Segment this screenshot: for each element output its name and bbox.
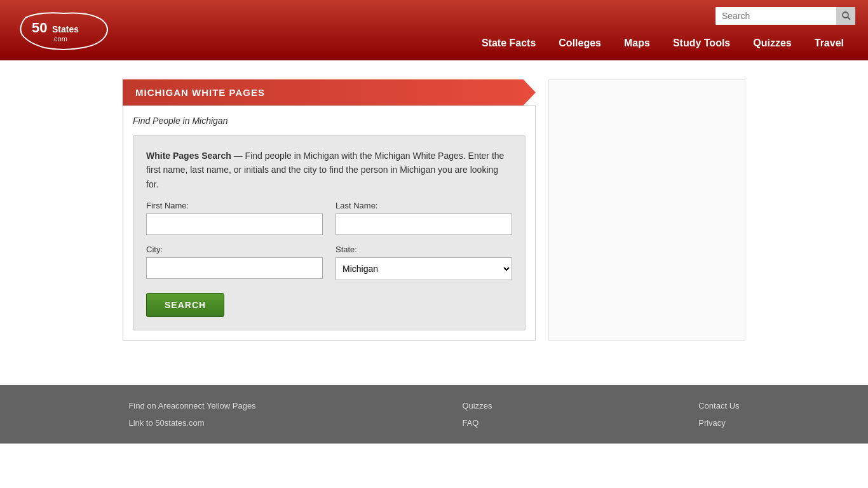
footer-link-link-to[interactable]: Link to 50states.com	[128, 418, 255, 428]
first-name-input[interactable]	[146, 214, 323, 235]
svg-point-3	[843, 12, 848, 18]
svg-text:50: 50	[32, 20, 47, 36]
last-name-label: Last Name:	[336, 201, 512, 210]
footer-link-privacy[interactable]: Privacy	[698, 418, 739, 428]
footer: Find on Areaconnect Yellow Pages Link to…	[0, 385, 868, 444]
white-pages-container: Find People in Michigan White Pages Sear…	[123, 105, 536, 341]
header-right: State Facts Colleges Maps Study Tools Qu…	[470, 7, 855, 54]
search-input[interactable]	[715, 7, 836, 25]
svg-text:States: States	[52, 24, 79, 34]
logo-area: 50 States .com	[13, 8, 114, 53]
nav-state-facts[interactable]: State Facts	[470, 32, 547, 54]
wp-subtitle: Find People in Michigan	[133, 116, 526, 126]
first-name-label: First Name:	[146, 201, 323, 210]
wp-description: White Pages Search — Find people in Mich…	[146, 149, 512, 191]
nav-colleges[interactable]: Colleges	[547, 32, 613, 54]
page-banner: MICHIGAN WHITE PAGES	[123, 79, 536, 105]
left-panel: MICHIGAN WHITE PAGES Find People in Mich…	[123, 79, 536, 341]
right-ad-panel	[548, 79, 745, 341]
banner-title: MICHIGAN WHITE PAGES	[123, 79, 536, 105]
search-submit-button[interactable]	[836, 7, 855, 25]
form-row-name: First Name: Last Name:	[146, 201, 512, 235]
nav-travel[interactable]: Travel	[803, 32, 855, 54]
wp-form-box: White Pages Search — Find people in Mich…	[133, 135, 526, 330]
form-group-city: City:	[146, 245, 323, 280]
footer-col-3: Contact Us Privacy	[698, 401, 739, 428]
footer-link-contact[interactable]: Contact Us	[698, 401, 739, 410]
state-label: State:	[336, 245, 512, 254]
search-bar	[715, 7, 855, 25]
city-label: City:	[146, 245, 323, 254]
main-content: MICHIGAN WHITE PAGES Find People in Mich…	[0, 60, 868, 360]
header: 50 States .com State Facts Colleges Maps…	[0, 0, 868, 60]
wp-search-button[interactable]: SEARCH	[146, 293, 224, 317]
nav-maps[interactable]: Maps	[613, 32, 661, 54]
svg-line-4	[848, 17, 850, 20]
form-row-location: City: State: Alabama Alaska Arizona Arka…	[146, 245, 512, 280]
wp-description-bold: White Pages Search	[146, 151, 231, 161]
svg-text:.com: .com	[52, 35, 67, 43]
footer-col-2: Quizzes FAQ	[462, 401, 492, 428]
form-group-state: State: Alabama Alaska Arizona Arkansas C…	[336, 245, 512, 280]
state-select[interactable]: Alabama Alaska Arizona Arkansas Californ…	[336, 257, 512, 280]
footer-col-1: Find on Areaconnect Yellow Pages Link to…	[128, 401, 255, 428]
nav-quizzes[interactable]: Quizzes	[742, 32, 803, 54]
footer-link-areaconnect[interactable]: Find on Areaconnect Yellow Pages	[128, 401, 255, 410]
search-icon	[841, 11, 851, 21]
nav-study-tools[interactable]: Study Tools	[661, 32, 742, 54]
last-name-input[interactable]	[336, 214, 512, 235]
footer-link-faq[interactable]: FAQ	[462, 418, 492, 428]
nav-menu: State Facts Colleges Maps Study Tools Qu…	[470, 32, 855, 54]
site-logo[interactable]: 50 States .com	[13, 8, 114, 53]
form-group-lastname: Last Name:	[336, 201, 512, 235]
footer-link-quizzes[interactable]: Quizzes	[462, 401, 492, 410]
city-input[interactable]	[146, 257, 323, 279]
form-group-firstname: First Name:	[146, 201, 323, 235]
